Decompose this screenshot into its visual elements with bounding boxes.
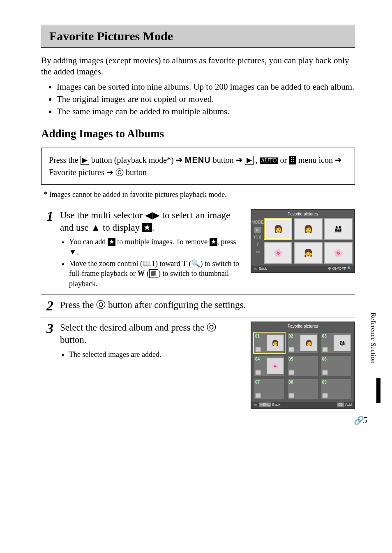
section-tab-marker	[376, 378, 380, 403]
down-icon: ▼	[69, 247, 76, 257]
footnote: * Images cannot be added in favorite pic…	[44, 190, 355, 199]
bullet: The same image can be added to multiple …	[57, 106, 355, 117]
step-bullet: The selected images are added.	[69, 349, 244, 359]
screen-title: Favorite pictures	[251, 322, 354, 330]
step-title: Use the multi selector ◀▶ to select an i…	[60, 209, 244, 234]
album-cell: 02⊠👩	[287, 333, 318, 353]
section-tab: Reference Section	[369, 312, 377, 363]
zoom-icon: 🔍	[347, 266, 352, 271]
album-cell: 07	[254, 379, 285, 399]
navigation-box: Press the ▶ button (playback mode*) ➔ ME…	[41, 148, 355, 185]
page-ref-icon: 📖	[143, 259, 152, 268]
menu-icon: ▭	[254, 266, 258, 271]
nav-text: button (playback mode*)	[91, 155, 176, 164]
album-cell: 05	[287, 356, 318, 376]
favorite-star-icon: ★	[210, 238, 217, 245]
nav-text: Press the	[49, 155, 81, 164]
thumbnail: 👩	[264, 218, 292, 240]
thumbnail: 👧	[294, 242, 322, 264]
page-title: Favorite Pictures Mode	[49, 29, 347, 43]
intro-bullets: Images can be sorted into nine albums. U…	[41, 81, 355, 118]
nav-text: button	[126, 168, 147, 177]
battery-icon: ▭	[254, 403, 258, 407]
nav-text: menu icon	[298, 155, 335, 164]
ok-icon: OK	[337, 403, 344, 407]
step-bullet: You can add ★ to multiple images. To rem…	[69, 237, 244, 257]
back-label: Back	[259, 266, 267, 271]
thumbnail-icon: ▦	[149, 269, 158, 278]
zoom-in-icon: 🔍	[191, 259, 200, 268]
menu-button-label: MENU	[185, 155, 211, 164]
page-number: 🔗5	[354, 415, 367, 426]
thumbnail: 🌸	[264, 242, 292, 264]
bullet: The original images are not copied or mo…	[57, 93, 355, 105]
thumbnail: 👩	[294, 218, 322, 240]
dpad-icon: ✥	[328, 266, 331, 271]
wifi-icon: ((ᵧ))	[254, 234, 261, 240]
step-bullet: Move the zoom control (📖1) toward T (🔍) …	[69, 259, 244, 289]
auto-mode-icon: AUTO	[260, 157, 278, 164]
step-number: 2	[41, 299, 53, 313]
mode-icon: MODE	[254, 220, 261, 225]
step-number: 1	[41, 209, 53, 223]
screen-side-icons: MODE ▶ ((ᵧ)) Y ▭	[251, 218, 264, 266]
album-cell: 08	[287, 379, 318, 399]
nav-text: Favorite pictures	[49, 168, 106, 177]
step-1: 1 Use the multi selector ◀▶ to select an…	[41, 209, 355, 290]
album-cell: 09	[321, 379, 352, 399]
album-cell: 03⊠👨‍👩‍👧	[321, 333, 352, 353]
step-number: 3	[41, 322, 53, 336]
favorite-star-icon: ★	[142, 223, 152, 232]
intro-text: By adding images (except movies) to albu…	[41, 55, 355, 78]
arrow-right-icon: ➔	[176, 154, 183, 166]
left-right-icon: ◀▶	[145, 209, 160, 222]
nav-text: ,	[256, 155, 260, 164]
album-cell: 04🌸	[254, 356, 285, 376]
camera-screen-select-album: Favorite pictures 01👩 02⊠👩 03⊠👨‍👩‍👧 04🌸 …	[251, 322, 355, 409]
ok-button-icon: ⓞ	[96, 299, 106, 311]
arrow-right-icon: ➔	[106, 166, 113, 178]
battery-icon: ▭	[254, 249, 261, 255]
thumbnail: 🌸	[324, 242, 353, 264]
favorite-star-icon: ★	[108, 238, 115, 245]
camera-screen-select-image: Favorite pictures MODE ▶ ((ᵧ)) Y ▭ 👩 👩 👨…	[251, 209, 355, 273]
playback-icon: ▶	[254, 227, 261, 233]
ok-button-icon: ⓞ	[207, 322, 216, 334]
step-title: Select the desired album and press the ⓞ…	[60, 322, 244, 346]
thumbnail: 👨‍👩‍👧	[324, 218, 353, 240]
calendar-mode-icon: ⠿	[289, 156, 296, 164]
album-cell: 06	[321, 356, 352, 376]
step-title: Press the ⓞ button after configuring the…	[60, 299, 355, 311]
screen-title: Favorite pictures	[251, 210, 354, 218]
section-icon: 🔗	[354, 416, 363, 425]
nav-text: button	[213, 155, 236, 164]
add-label: Add	[345, 403, 352, 407]
ok-button-icon: ⓞ	[115, 166, 124, 178]
setup-icon: Y	[254, 242, 261, 248]
menu-icon: MENU	[259, 403, 272, 407]
tele-icon: T	[182, 259, 187, 268]
title-banner: Favorite Pictures Mode	[41, 25, 355, 48]
playback-icon: ▶	[245, 156, 254, 165]
playback-icon: ▶	[81, 156, 89, 165]
back-label: Back	[272, 403, 281, 407]
step-2: 2 Press the ⓞ button after configuring t…	[41, 299, 355, 313]
arrow-right-icon: ➔	[236, 154, 243, 166]
nav-text: or	[280, 155, 289, 164]
wide-icon: W	[137, 269, 145, 278]
step-3: 3 Select the desired album and press the…	[41, 322, 355, 409]
subheading: Adding Images to Albums	[41, 127, 355, 140]
album-cell: 01👩	[254, 333, 285, 353]
arrow-right-icon: ➔	[335, 154, 342, 166]
bullet: Images can be sorted into nine albums. U…	[57, 81, 355, 93]
up-icon: ▲	[91, 222, 100, 234]
onoff-label: ON/OFF	[332, 266, 346, 271]
